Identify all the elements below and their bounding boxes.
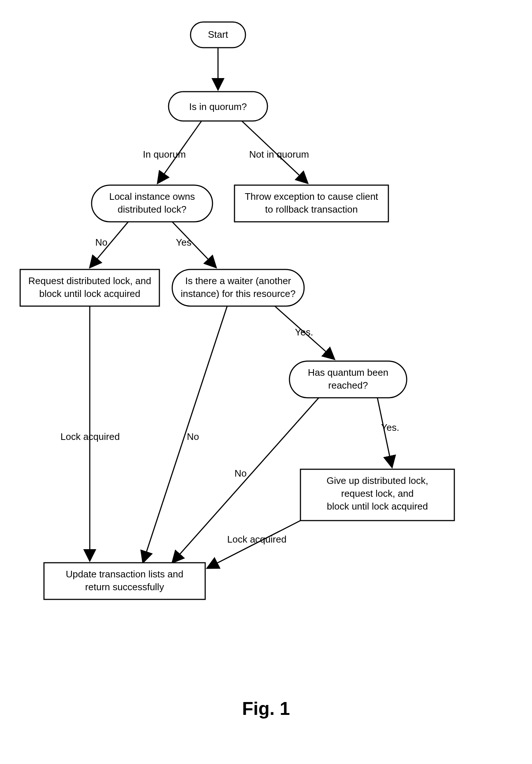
node-update-line1: Update transaction lists and: [66, 569, 184, 580]
node-waiter-line2: instance) for this resource?: [181, 288, 296, 299]
node-request-line2: block until lock acquired: [39, 288, 140, 299]
node-quantum: Has quantum been reached?: [289, 361, 407, 398]
svg-rect-9: [172, 269, 304, 306]
node-giveup-line1: Give up distributed lock,: [326, 475, 428, 486]
node-update: Update transaction lists and return succ…: [44, 563, 205, 599]
edge-quantum-yes-label: Yes.: [381, 422, 399, 433]
node-start: Start: [191, 22, 245, 48]
svg-rect-5: [234, 185, 388, 222]
edge-local-no-label: No: [95, 237, 107, 248]
node-throw-line1: Throw exception to cause client: [245, 191, 378, 202]
edge-quantum-yes: Yes.: [377, 398, 399, 467]
edge-local-yes-label: Yes: [176, 237, 191, 248]
edge-quorum-throw: Not in quorum: [242, 121, 309, 183]
node-request: Request distributed lock, and block unti…: [20, 269, 159, 306]
node-local-owns-line2: distributed lock?: [118, 204, 186, 215]
node-throw: Throw exception to cause client to rollb…: [234, 185, 388, 222]
edge-giveup-update-label: Lock acquired: [227, 534, 287, 545]
node-giveup-line2: request lock, and: [341, 488, 414, 499]
node-local-owns: Local instance owns distributed lock?: [92, 185, 213, 222]
svg-rect-18: [44, 563, 205, 599]
node-waiter: Is there a waiter (another instance) for…: [172, 269, 304, 306]
node-throw-line2: to rollback transaction: [265, 204, 358, 215]
svg-rect-12: [289, 361, 407, 398]
edge-quorum-local: In quorum: [143, 121, 202, 183]
edge-waiter-yes-label: Yes.: [295, 327, 313, 338]
edge-request-update: Lock acquired: [60, 306, 120, 561]
node-quantum-line1: Has quantum been: [308, 367, 388, 378]
node-quorum-label: Is in quorum?: [189, 101, 247, 112]
edge-giveup-update: Lock acquired: [207, 521, 300, 568]
edge-request-update-label: Lock acquired: [60, 431, 120, 442]
edge-waiter-no: No: [143, 306, 227, 563]
svg-rect-8: [20, 269, 159, 306]
node-start-label: Start: [208, 29, 229, 40]
edge-waiter-yes: Yes.: [275, 306, 335, 359]
edge-waiter-no-label: No: [187, 431, 199, 442]
edge-local-yes: Yes: [172, 222, 216, 268]
node-request-line1: Request distributed lock, and: [28, 275, 151, 286]
edge-quantum-no-label: No: [234, 468, 247, 479]
node-giveup: Give up distributed lock, request lock, …: [300, 469, 454, 521]
svg-rect-4: [92, 185, 213, 222]
node-local-owns-line1: Local instance owns: [109, 191, 195, 202]
node-quantum-line2: reached?: [328, 380, 368, 391]
node-waiter-line1: Is there a waiter (another: [185, 275, 291, 286]
edge-quorum-local-label: In quorum: [143, 149, 186, 160]
node-quorum: Is in quorum?: [169, 92, 267, 121]
figure-caption: Fig. 1: [242, 698, 290, 719]
edge-local-no: No: [90, 222, 128, 268]
node-giveup-line3: block until lock acquired: [327, 501, 428, 512]
svg-line-11: [143, 306, 227, 563]
edge-quorum-throw-label: Not in quorum: [249, 149, 309, 160]
flowchart: Start Is in quorum? In quorum Not in quo…: [0, 0, 532, 764]
node-update-line2: return successfully: [85, 581, 164, 592]
